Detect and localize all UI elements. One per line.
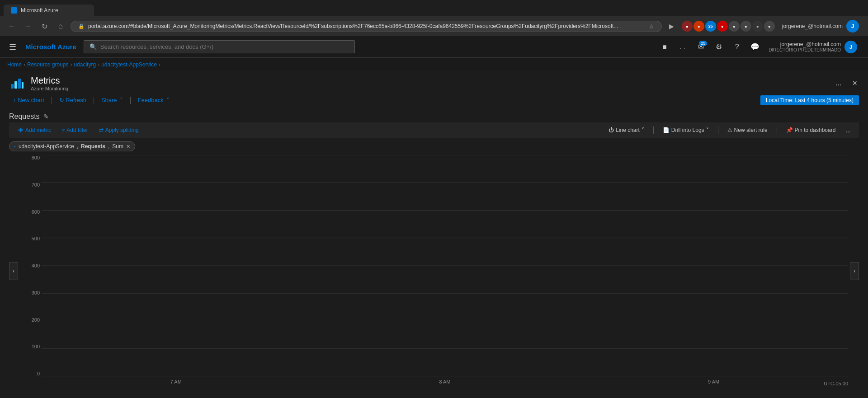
chart-y-axis: 0 100 200 300 400 500 600 700 800 — [20, 155, 42, 376]
azure-topbar: ☰ Microsoft Azure 🔍 ■ ⎵ ✉ 25 ⚙ ? 💬 jorge… — [0, 36, 868, 58]
user-name: jorgerene_@hotmail.com — [782, 23, 843, 29]
share-button[interactable]: Share ˅ — [98, 95, 127, 105]
ext-icon-2: ● — [693, 21, 704, 32]
resource-icon: ▪ — [14, 144, 16, 149]
panel-close-button[interactable]: × — [850, 77, 859, 90]
tab-title: Microsoft Azure — [21, 7, 58, 14]
line-chart-icon: ⏻ — [609, 127, 614, 133]
chart-svg-container — [42, 155, 848, 376]
chart-options-button[interactable]: ... — [843, 125, 854, 135]
panel-title-area: Metrics Azure Monitoring — [31, 75, 826, 91]
new-alert-rule-button[interactable]: ⚠ New alert rule — [724, 126, 771, 135]
svg-rect-1 — [14, 81, 17, 89]
breadcrumb-appservice[interactable]: udacitytest-AppService — [101, 61, 157, 68]
forward-button[interactable]: → — [22, 20, 34, 33]
chart-nav-left-button[interactable]: ‹ — [9, 262, 18, 280]
y-label-400: 400 — [22, 263, 40, 268]
new-alert-rule-label: New alert rule — [734, 127, 768, 133]
breadcrumb-udacityrg[interactable]: udacityrg — [74, 61, 96, 68]
topbar-user-info[interactable]: jorgerene_@hotmail.com DIRECTORIO PREDET… — [765, 39, 861, 55]
browser-chrome: Microsoft Azure ← → ↻ ⌂ 🔒 portal.azure.c… — [0, 0, 868, 36]
line-chart-label: Line chart — [616, 127, 640, 133]
svg-rect-2 — [18, 79, 21, 89]
chart-grid-svg — [42, 155, 848, 376]
breadcrumb-home[interactable]: Home — [7, 61, 22, 68]
share-label: Share — [101, 97, 117, 103]
feedback-chevron-icon: ˅ — [166, 97, 170, 103]
chart-divider-2 — [718, 126, 718, 134]
breadcrumb-resource-groups[interactable]: Resource groups — [27, 61, 68, 68]
ext-icon-1: ● — [682, 21, 693, 32]
extensions-area: ● ● 25 ● ● ● ● ● — [682, 21, 775, 32]
toolbar-divider-1 — [52, 97, 52, 104]
metrics-icon-svg — [10, 76, 24, 90]
refresh-button[interactable]: ↻ Refresh — [56, 95, 90, 105]
line-chart-button[interactable]: ⏻ Line chart ˅ — [605, 126, 648, 135]
panel-more-button[interactable]: ... — [832, 77, 845, 89]
breadcrumb-sep-2: › — [70, 61, 72, 68]
panel-icon — [9, 75, 25, 91]
topbar-user-name: jorgerene_@hotmail.com — [769, 41, 841, 47]
x-label-7am: 7 AM — [170, 379, 182, 384]
browser-tab-active[interactable]: Microsoft Azure — [4, 5, 94, 16]
notifications-button[interactable]: ✉ 25 — [693, 39, 709, 55]
drill-into-logs-button[interactable]: 📄 Drill into Logs ˅ — [659, 126, 712, 135]
metric-tag-close-button[interactable]: ✕ — [126, 144, 130, 149]
add-metric-plus-icon: ✚ — [18, 126, 24, 134]
hamburger-button[interactable]: ☰ — [7, 40, 18, 54]
home-button[interactable]: ⌂ — [54, 20, 67, 33]
feedback-label: Feedback — [138, 97, 164, 103]
search-input[interactable] — [100, 43, 349, 50]
pin-icon: 📌 — [786, 127, 793, 133]
apply-splitting-button[interactable]: ⇄ Apply splitting — [95, 126, 142, 135]
ext-icon-8: ● — [764, 21, 775, 32]
help-button[interactable]: ? — [729, 39, 745, 55]
new-chart-button[interactable]: + New chart — [9, 95, 48, 105]
time-range-button[interactable]: Local Time: Last 4 hours (5 minutes) — [760, 95, 859, 105]
add-filter-button[interactable]: ▿ Add filter — [58, 126, 91, 135]
metric-aggregation: Sum — [112, 143, 123, 150]
directory-button[interactable]: ⎵ — [675, 39, 691, 55]
breadcrumb-sep-3: › — [98, 61, 99, 68]
timezone-label: UTC-05:00 — [824, 381, 848, 386]
profile-avatar: J — [846, 20, 859, 33]
topbar-avatar: J — [844, 41, 857, 53]
share-chevron-icon: ˅ — [120, 97, 123, 103]
cast-button[interactable]: ▶ — [665, 20, 678, 33]
search-bar: 🔍 — [84, 40, 355, 53]
panel-header: Metrics Azure Monitoring ... × — [0, 71, 868, 91]
browser-actions: ▶ — [665, 20, 678, 33]
azure-logo: Microsoft Azure — [25, 43, 76, 51]
svg-rect-0 — [11, 84, 14, 89]
chart-divider-3 — [777, 126, 777, 134]
drill-logs-icon: 📄 — [663, 127, 670, 133]
cloud-shell-button[interactable]: ■ — [656, 39, 673, 55]
add-metric-button[interactable]: ✚ Add metric — [14, 125, 55, 135]
feedback-button[interactable]: Feedback ˅ — [134, 95, 173, 105]
y-label-600: 600 — [22, 209, 40, 215]
pin-to-dashboard-button[interactable]: 📌 Pin to dashboard — [783, 126, 840, 135]
toolbar-divider-3 — [130, 97, 131, 104]
toolbar: + New chart ↻ Refresh Share ˅ Feedback ˅… — [0, 91, 868, 109]
bookmark-icon: ☆ — [649, 23, 654, 30]
drill-logs-chevron-icon: ˅ — [706, 127, 709, 133]
feedback-button[interactable]: 💬 — [747, 39, 763, 55]
user-profile-button[interactable]: jorgerene_@hotmail.com J — [778, 18, 863, 34]
reload-button[interactable]: ↻ — [38, 20, 51, 33]
back-button[interactable]: ← — [5, 20, 18, 33]
ext-icon-4: ● — [717, 21, 728, 32]
address-text: portal.azure.com/#blade/Microsoft_Azure_… — [88, 23, 645, 29]
settings-button[interactable]: ⚙ — [711, 39, 727, 55]
chart-area: 0 100 200 300 400 500 600 700 800 — [20, 155, 848, 387]
alert-rule-icon: ⚠ — [727, 127, 732, 133]
y-label-300: 300 — [22, 290, 40, 295]
chart-title: Requests — [9, 112, 40, 121]
metric-tag-requests: ▪ udacitytest-AppService, Requests, Sum … — [9, 141, 135, 151]
chart-wrapper: ‹ 0 100 200 300 400 500 600 700 800 — [9, 155, 859, 387]
chart-edit-button[interactable]: ✎ — [43, 113, 49, 120]
y-label-0: 0 — [22, 371, 40, 376]
x-label-8am: 8 AM — [439, 379, 450, 384]
browser-toolbar: ← → ↻ ⌂ 🔒 portal.azure.com/#blade/Micros… — [0, 16, 868, 36]
ext-icon-3: 25 — [705, 21, 716, 32]
chart-nav-right-button[interactable]: › — [850, 262, 859, 280]
